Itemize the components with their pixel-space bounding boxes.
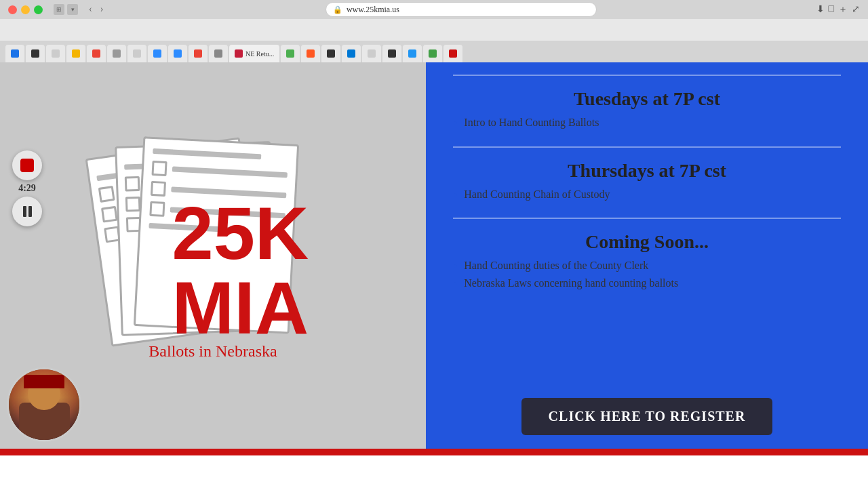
main-content: 4:29 <box>0 62 868 449</box>
tab-wi[interactable] <box>403 45 422 62</box>
extensions-icon[interactable]: □ <box>829 3 834 16</box>
lock-icon: 🔒 <box>333 5 342 14</box>
mid-divider-2 <box>453 218 841 219</box>
coming-soon-item-1: • Hand Counting duties of the County Cle… <box>453 260 841 274</box>
tuesday-text-1: Intro to Hand Counting Ballots <box>464 117 599 129</box>
bullet-dot-1: • <box>453 117 457 131</box>
text-mia: MIA <box>172 270 309 345</box>
thursdays-list: • Hand Counting Chain of Custody <box>453 188 841 203</box>
tab-gm[interactable] <box>189 45 208 62</box>
pause-button[interactable] <box>12 197 42 226</box>
tab-gx[interactable] <box>209 45 228 62</box>
tab-sh[interactable] <box>301 45 320 62</box>
recording-indicator: 4:29 <box>12 150 42 226</box>
bullet-dot-4: • <box>453 277 457 292</box>
tab-red[interactable] <box>443 45 462 62</box>
tab-bar: NE Retu... <box>0 41 868 62</box>
browser-chrome: ⊞ ▾ ‹ › 🔒 www.25kmia.us ⬇ □ ＋ ⤢ <box>0 0 868 41</box>
coming-soon-title: Coming Soon... <box>453 231 841 253</box>
coming-soon-item-2: • Nebraska Laws concerning hand counting… <box>453 277 841 292</box>
tab-wl[interactable] <box>382 45 401 62</box>
tab-overview[interactable]: ▾ <box>67 4 78 15</box>
tab-w3[interactable] <box>127 45 146 62</box>
tab-wa[interactable] <box>423 45 442 62</box>
tab-ne[interactable]: NE Retu... <box>229 45 279 62</box>
tab-m[interactable] <box>87 45 106 62</box>
coming-soon-text-1: Hand Counting duties of the County Clerk <box>464 260 648 272</box>
record-button[interactable] <box>12 150 42 180</box>
minimize-button[interactable] <box>21 5 30 14</box>
tab-ph[interactable] <box>107 45 126 62</box>
number-25k: 25K <box>172 196 309 270</box>
recording-time: 4:29 <box>18 183 36 194</box>
address-bar[interactable]: 🔒 www.25kmia.us <box>326 2 597 17</box>
title-bar: ⊞ ▾ ‹ › 🔒 www.25kmia.us ⬇ □ ＋ ⤢ <box>0 0 868 19</box>
tab-wn[interactable] <box>362 45 381 62</box>
fullscreen-icon[interactable]: ⤢ <box>852 3 860 16</box>
back-button[interactable]: ‹ <box>86 4 95 15</box>
thursday-item-1: • Hand Counting Chain of Custody <box>453 188 841 203</box>
avatar <box>7 367 81 442</box>
thursday-text-1: Hand Counting Chain of Custody <box>464 188 610 201</box>
forward-button[interactable]: › <box>98 4 106 15</box>
tuesdays-section: Tuesdays at 7P cst • Intro to Hand Count… <box>453 81 841 141</box>
tab-z2[interactable] <box>168 45 187 62</box>
bottom-bar <box>0 449 868 455</box>
tab-pl[interactable] <box>281 45 300 62</box>
tab-z1[interactable] <box>148 45 167 62</box>
tab-sp[interactable] <box>321 45 340 62</box>
top-divider <box>453 75 841 76</box>
sidebar-toggle[interactable]: ⊞ <box>54 4 64 15</box>
coming-soon-section: Coming Soon... • Hand Counting duties of… <box>453 224 841 301</box>
big-text-overlay: 25K MIA <box>172 196 309 345</box>
maximize-button[interactable] <box>34 5 43 14</box>
close-button[interactable] <box>8 5 17 14</box>
record-dot <box>20 159 34 172</box>
bullet-dot-2: • <box>453 188 457 203</box>
coming-soon-list: • Hand Counting duties of the County Cle… <box>453 260 841 291</box>
bullet-dot-3: • <box>453 260 457 274</box>
download-icon[interactable]: ⬇ <box>816 3 825 16</box>
nav-buttons: ‹ › <box>86 4 106 15</box>
tuesdays-list: • Intro to Hand Counting Ballots <box>453 117 841 131</box>
tuesday-item-1: • Intro to Hand Counting Ballots <box>453 117 841 131</box>
tab-w1[interactable] <box>5 45 24 62</box>
traffic-lights <box>8 5 43 14</box>
tab-w2[interactable] <box>46 45 65 62</box>
register-button[interactable]: CLICK HERE TO REGISTER <box>521 398 773 435</box>
right-panel: Tuesdays at 7P cst • Intro to Hand Count… <box>426 62 868 449</box>
mid-divider-1 <box>453 146 841 148</box>
tuesdays-title: Tuesdays at 7P cst <box>453 88 841 110</box>
window-buttons: ⊞ ▾ <box>54 4 78 15</box>
pause-icon <box>23 206 32 217</box>
thursdays-title: Thursdays at 7P cst <box>453 160 841 182</box>
tab-vt[interactable] <box>26 45 45 62</box>
left-panel: 4:29 <box>0 62 426 449</box>
avatar-container <box>7 367 81 442</box>
coming-soon-text-2: Nebraska Laws concerning hand counting b… <box>464 277 678 289</box>
toolbar-icons: ⬇ □ ＋ ⤢ <box>816 3 860 16</box>
url-text: www.25kmia.us <box>347 5 399 15</box>
tab-y[interactable] <box>66 45 85 62</box>
thursdays-section: Thursdays at 7P cst • Hand Counting Chai… <box>453 153 841 213</box>
tab-wo[interactable] <box>342 45 361 62</box>
new-tab-icon[interactable]: ＋ <box>838 3 848 16</box>
